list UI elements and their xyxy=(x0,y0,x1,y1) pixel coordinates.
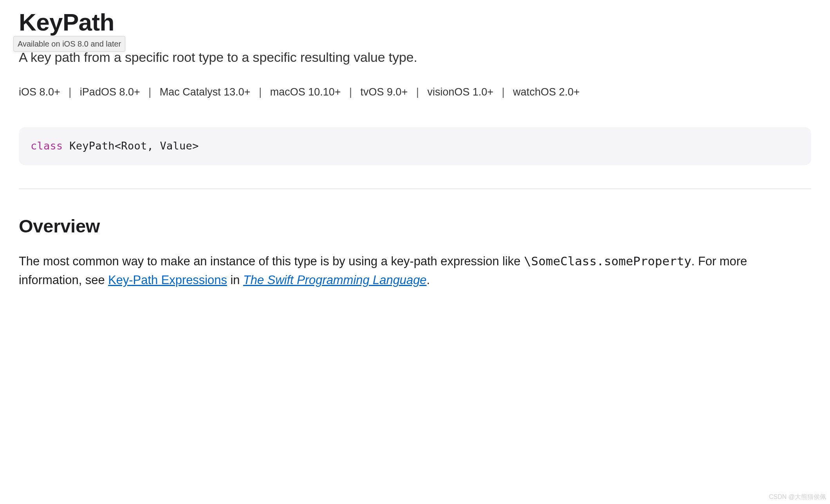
inline-code: \SomeClass.someProperty xyxy=(524,254,691,268)
platform-item: visionOS 1.0+ xyxy=(427,86,493,98)
declaration-code-block: class KeyPath<Root, Value> xyxy=(19,127,811,165)
keypath-expressions-link[interactable]: Key-Path Expressions xyxy=(108,273,227,287)
platform-tooltip: Available on iOS 8.0 and later xyxy=(13,36,125,52)
code-rest: KeyPath<Root, Value> xyxy=(63,140,199,152)
overview-text: The most common way to make an instance … xyxy=(19,254,524,268)
overview-text: in xyxy=(227,273,243,287)
swift-language-link[interactable]: The Swift Programming Language xyxy=(243,273,427,287)
page-subtitle: A key path from a specific root type to … xyxy=(19,47,811,67)
platform-item: iOS 8.0+ xyxy=(19,86,60,98)
overview-paragraph: The most common way to make an instance … xyxy=(19,252,811,290)
platform-separator: | xyxy=(69,86,71,98)
overview-text: . xyxy=(427,273,430,287)
code-keyword: class xyxy=(31,140,63,152)
overview-heading: Overview xyxy=(19,212,811,240)
platform-item: macOS 10.10+ xyxy=(270,86,341,98)
section-divider xyxy=(19,189,811,189)
platforms-list: iOS 8.0+ | iPadOS 8.0+ | Mac Catalyst 13… xyxy=(19,81,811,104)
platform-separator: | xyxy=(148,86,151,98)
platform-separator: | xyxy=(259,86,262,98)
platform-separator: | xyxy=(349,86,352,98)
platform-item: Mac Catalyst 13.0+ xyxy=(160,86,251,98)
platform-separator: | xyxy=(502,86,505,98)
platform-item: iPadOS 8.0+ xyxy=(80,86,140,98)
platform-separator: | xyxy=(416,86,419,98)
platform-item: watchOS 2.0+ xyxy=(513,86,579,98)
platform-item: tvOS 9.0+ xyxy=(361,86,408,98)
page-title: KeyPath xyxy=(19,4,811,40)
